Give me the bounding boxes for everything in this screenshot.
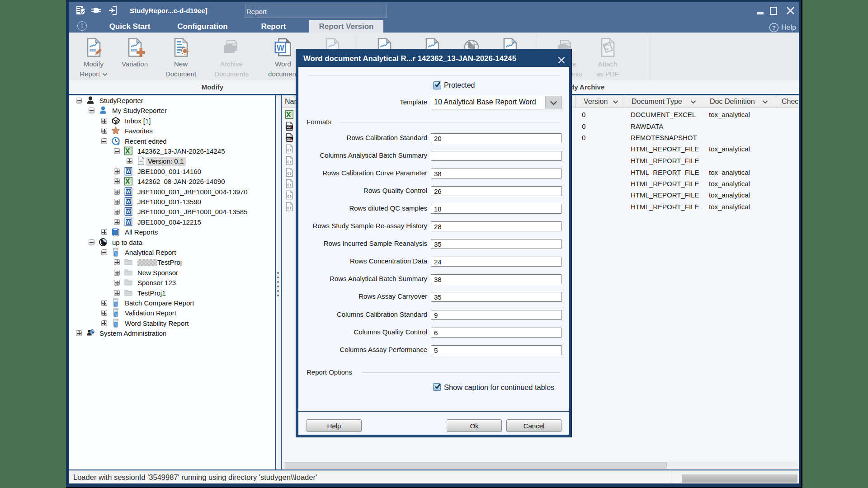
svg-text:?: ? <box>772 24 776 31</box>
